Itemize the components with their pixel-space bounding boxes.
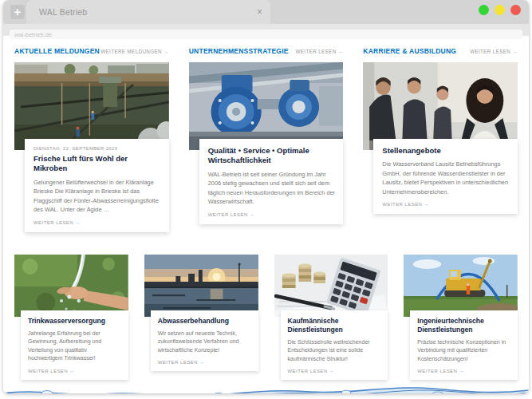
calculator-coins-photo[interactable] (274, 255, 388, 317)
arrow-icon: → (424, 202, 429, 207)
article-body: Die Wasserverband Lausitz Betriebsführun… (382, 160, 510, 196)
window-controls (479, 5, 521, 15)
service-trinkwasserversorgung: Trinkwasserversorgung Jahrelange Erfahru… (14, 255, 128, 381)
arrow-icon: → (250, 212, 254, 217)
article-title: Stellenangebote (382, 146, 510, 156)
service-card[interactable]: Ingenieurtechnische Dienstleistungen Prä… (410, 310, 518, 381)
arrow-icon: → (199, 360, 204, 365)
window-control-red[interactable] (510, 5, 521, 15)
service-body: Jahrelange Erfahrung bei der Gewinnung, … (28, 330, 122, 363)
sunset-treatment-plant-photo[interactable] (144, 255, 258, 317)
weiter-lesen-link[interactable]: WEITER LESEN → (208, 212, 337, 217)
weiter-lesen-link[interactable]: WEITER LESEN → (288, 369, 382, 373)
weiter-lesen-link[interactable]: WEITER LESEN → (417, 369, 511, 373)
arrow-icon: → (69, 369, 74, 373)
article-card[interactable]: DIENSTAG, 22. SEPTEMBER 2020 Frische Luf… (25, 139, 169, 232)
article-body: Gelungener Belüfterwechsel in der Kläran… (33, 178, 162, 215)
article-body: WAL-Betrieb ist seit seiner Gründung im … (208, 170, 337, 207)
browser-window: + WAL Betrieb × AKTUELLE MELDUNGEN WEITE… (3, 0, 529, 393)
hand-catching-water-photo[interactable] (14, 255, 128, 317)
more-link[interactable]: WEITER LESEN → (470, 49, 518, 54)
service-body: Präzise technische Konzeptionen in Verbi… (417, 338, 511, 364)
window-control-yellow[interactable] (495, 5, 505, 15)
arrow-icon: → (459, 369, 463, 373)
more-link[interactable]: WEITERE MELDUNGEN → (100, 49, 168, 54)
plus-icon: + (14, 5, 22, 18)
browser-tab[interactable]: WAL Betrieb × (26, 0, 270, 24)
arrow-icon: → (329, 369, 334, 373)
column-karriere-ausbildung: KARRIERE & AUSBILDUNG WEITER LESEN → (363, 47, 518, 232)
service-card[interactable]: Trinkwasserversorgung Jahrelange Erfahru… (21, 310, 128, 380)
service-card[interactable]: Abwasserbehandlung Wir setzen auf neuest… (151, 310, 258, 372)
service-title: Ingenieurtechnische Dienstleistungen (417, 317, 511, 334)
service-card[interactable]: Kaufmännische Dienstleistungen Die Schlü… (281, 310, 388, 381)
weiter-lesen-link[interactable]: WEITER LESEN → (158, 360, 252, 365)
tab-bar: + WAL Betrieb × (3, 0, 529, 24)
wastewater-clarifier-basin-photo[interactable] (14, 62, 169, 150)
article-title: Frische Luft fürs Wohl der Mikroben (33, 154, 162, 174)
column-aktuelle-meldungen: AKTUELLE MELDUNGEN WEITERE MELDUNGEN → (14, 47, 169, 232)
section-heading: KARRIERE & AUSBILDUNG (363, 47, 456, 55)
page-footer (3, 380, 529, 393)
business-team-photo[interactable] (363, 62, 518, 150)
section-heading: UNTERNEHMENSSTRATEGIE (189, 47, 289, 55)
new-tab-button[interactable]: + (10, 5, 25, 19)
news-section: AKTUELLE MELDUNGEN WEITERE MELDUNGEN → (3, 36, 529, 232)
service-ingenieurtechnische-dienstleistungen: Ingenieurtechnische Dienstleistungen Prä… (404, 255, 518, 381)
column-unternehmensstrategie: UNTERNEHMENSSTRATEGIE WEITER LESEN → (189, 47, 344, 232)
more-link[interactable]: WEITER LESEN → (295, 49, 343, 54)
service-title: Trinkwasserversorgung (28, 317, 122, 326)
blue-industrial-pumps-photo[interactable] (189, 62, 344, 150)
weiter-lesen-link[interactable]: WEITER LESEN → (28, 369, 122, 373)
window-control-green[interactable] (479, 5, 489, 15)
service-title: Abwasserbehandlung (158, 317, 252, 326)
service-kaufmaennische-dienstleistungen: Kaufmännische Dienstleistungen Die Schlü… (274, 255, 388, 381)
pipeline-machine-photo[interactable] (404, 255, 518, 317)
services-section: Trinkwasserversorgung Jahrelange Erfahru… (3, 232, 529, 381)
page-content: AKTUELLE MELDUNGEN WEITERE MELDUNGEN → (3, 36, 529, 393)
water-wave-graphic (3, 380, 529, 393)
service-title: Kaufmännische Dienstleistungen (288, 317, 382, 334)
tab-title: WAL Betrieb (39, 7, 257, 17)
address-bar (3, 24, 529, 36)
close-icon[interactable]: × (257, 7, 262, 17)
article-date: DIENSTAG, 22. SEPTEMBER 2020 (33, 146, 162, 151)
service-body: Wir setzen auf neueste Technik, zukunfts… (158, 330, 252, 355)
article-card[interactable]: Qualität • Service • Optimale Wirtschaft… (199, 139, 344, 224)
weiter-lesen-link[interactable]: WEITER LESEN → (382, 202, 510, 207)
arrow-icon: → (75, 220, 80, 225)
weiter-lesen-link[interactable]: WEITER LESEN → (33, 220, 162, 225)
article-card[interactable]: Stellenangebote Die Wasserverband Lausit… (373, 139, 518, 214)
article-title: Qualität • Service • Optimale Wirtschaft… (208, 146, 337, 166)
service-abwasserbehandlung: Abwasserbehandlung Wir setzen auf neuest… (144, 255, 258, 381)
section-heading: AKTUELLE MELDUNGEN (14, 47, 100, 55)
service-body: Die Schlüsselrolle weitreichender Entsch… (288, 338, 382, 364)
